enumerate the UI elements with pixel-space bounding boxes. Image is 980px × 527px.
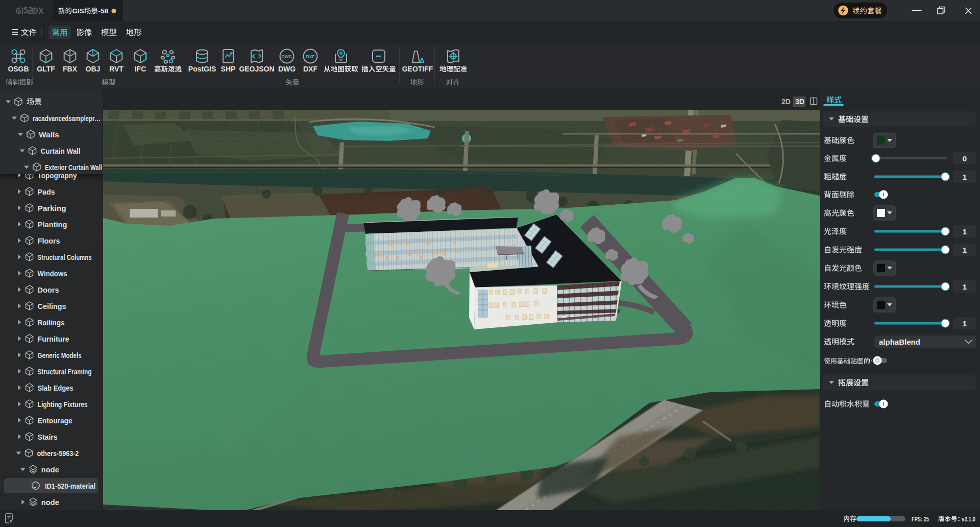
svg-text:others-5963-2: others-5963-2 <box>37 449 79 458</box>
svg-text:Ceilings: Ceilings <box>38 302 66 310</box>
svg-text:ID1-520-material: ID1-520-material <box>45 482 95 490</box>
svg-text:3D: 3D <box>795 98 804 106</box>
svg-text:Walls: Walls <box>39 131 59 139</box>
svg-text:RVT: RVT <box>109 65 124 73</box>
svg-text:alphaBlend: alphaBlend <box>879 338 920 346</box>
svg-text:node: node <box>41 498 59 507</box>
svg-text:Parking: Parking <box>38 204 66 212</box>
svg-text:Topography: Topography <box>38 172 77 180</box>
svg-text:Floors: Floors <box>38 237 60 245</box>
svg-text:2D: 2D <box>781 98 791 106</box>
svg-text:OSGB: OSGB <box>8 65 29 73</box>
svg-text:racadvancedsamplepr…: racadvancedsamplepr… <box>33 114 101 123</box>
svg-text:Pads: Pads <box>38 188 55 196</box>
svg-text:IFC: IFC <box>135 65 146 73</box>
svg-text:FPS: 25: FPS: 25 <box>912 516 929 523</box>
svg-text:GEOTIFF: GEOTIFF <box>402 65 433 73</box>
svg-text:0: 0 <box>963 154 967 163</box>
svg-text:Structural Columns: Structural Columns <box>38 253 92 261</box>
svg-text:v2.1.0: v2.1.0 <box>962 516 975 523</box>
svg-text:Curtain Wall: Curtain Wall <box>41 147 81 155</box>
svg-text:1: 1 <box>963 227 967 236</box>
svg-text:FBX: FBX <box>63 65 78 73</box>
svg-text:Structural Framing: Structural Framing <box>38 368 92 376</box>
svg-text:Planting: Planting <box>38 221 67 229</box>
svg-text:Windows: Windows <box>38 270 67 278</box>
svg-text:1: 1 <box>963 173 967 181</box>
svg-text:Exterior Curtain Wall: Exterior Curtain Wall <box>45 163 102 172</box>
svg-text:PostGIS: PostGIS <box>188 65 216 73</box>
svg-text:GIS: GIS <box>72 7 84 15</box>
svg-text:SHP: SHP <box>221 65 236 73</box>
svg-text:Entourage: Entourage <box>38 417 72 425</box>
svg-text:-58: -58 <box>99 7 109 15</box>
svg-text:DXF: DXF <box>306 54 315 59</box>
svg-text:OBJ: OBJ <box>86 65 101 73</box>
svg-text:DXF: DXF <box>303 65 317 73</box>
svg-text:1: 1 <box>963 319 967 328</box>
svg-text:Generic Models: Generic Models <box>38 351 82 360</box>
svg-text:Furniture: Furniture <box>38 335 69 343</box>
svg-text:Slab Edges: Slab Edges <box>38 384 74 392</box>
svg-text:GEOJSON: GEOJSON <box>239 65 274 73</box>
svg-text:1: 1 <box>963 282 967 291</box>
svg-text:DWG: DWG <box>278 65 296 73</box>
svg-text:Doors: Doors <box>38 286 59 294</box>
svg-text:DWG: DWG <box>282 54 292 59</box>
svg-text:Lighting Fixtures: Lighting Fixtures <box>38 400 88 409</box>
svg-text:Railings: Railings <box>38 319 65 327</box>
svg-text:Stairs: Stairs <box>38 433 58 441</box>
svg-text:node: node <box>41 466 59 474</box>
svg-text:1: 1 <box>963 246 967 254</box>
svg-text:GLTF: GLTF <box>37 65 55 73</box>
